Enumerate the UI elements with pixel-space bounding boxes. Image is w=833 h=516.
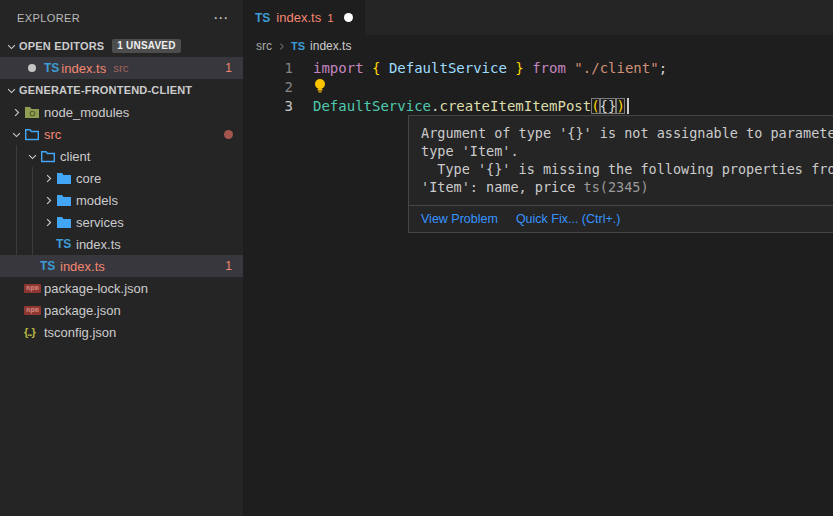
- node-modules-folder-icon: [24, 106, 42, 119]
- typescript-icon: TS: [255, 11, 270, 25]
- typescript-icon: TS: [291, 40, 305, 52]
- hover-actions-bar: View Problem Quick Fix... (Ctrl+.): [409, 205, 833, 232]
- workspace-label: GENERATE-FRONTEND-CLIENT: [19, 84, 192, 96]
- error-count-badge: 1: [225, 259, 232, 273]
- chevron-right-icon: [40, 195, 56, 206]
- typescript-icon: TS: [56, 237, 71, 251]
- view-problem-link[interactable]: View Problem: [421, 212, 498, 226]
- more-actions-icon[interactable]: ⋯: [213, 13, 229, 23]
- pane-title: EXPLORER: [17, 12, 80, 24]
- lightbulb-icon[interactable]: [313, 78, 327, 94]
- code-line-1[interactable]: 1 import { DefaultService } from "./clie…: [243, 59, 833, 78]
- chevron-right-icon: [8, 107, 24, 118]
- chevron-down-icon: [24, 151, 40, 162]
- chevron-down-icon: [8, 129, 24, 140]
- vscode-window: EXPLORER ⋯ OPEN EDITORS 1 UNSAVED TS ind…: [0, 0, 833, 516]
- typescript-icon: TS: [44, 61, 59, 75]
- modified-dot-icon[interactable]: [344, 13, 353, 22]
- chevron-down-icon: [3, 85, 19, 96]
- typescript-icon: TS: [40, 259, 55, 273]
- breadcrumb-folder[interactable]: src: [256, 39, 272, 53]
- chevron-right-icon: [40, 217, 56, 228]
- chevron-down-icon: [3, 41, 19, 52]
- workspace-header[interactable]: GENERATE-FRONTEND-CLIENT: [0, 79, 243, 101]
- explorer-pane-header: EXPLORER ⋯: [0, 0, 243, 35]
- code-editor: 1 import { DefaultService } from "./clie…: [243, 57, 833, 116]
- error-dot-icon: [224, 130, 233, 139]
- explorer-sidebar: EXPLORER ⋯ OPEN EDITORS 1 UNSAVED TS ind…: [0, 0, 243, 516]
- folder-open-icon: [24, 128, 42, 141]
- breadcrumb-file[interactable]: index.ts: [310, 39, 351, 53]
- editor-area: TS index.ts 1 src TS index.ts 1 import {…: [243, 0, 833, 516]
- folder-icon: [56, 216, 74, 229]
- tab-index-ts[interactable]: TS index.ts 1: [243, 0, 365, 35]
- tree-item-src[interactable]: src: [0, 123, 243, 145]
- open-editors-label: OPEN EDITORS: [19, 40, 104, 52]
- tab-error-count: 1: [327, 12, 333, 24]
- error-hover-tooltip: Argument of type '{}' is not assignable …: [408, 115, 833, 233]
- tree-item-core[interactable]: core: [0, 167, 243, 189]
- tree-item-node-modules[interactable]: node_modules: [0, 101, 243, 123]
- quick-fix-link[interactable]: Quick Fix... (Ctrl+.): [516, 212, 621, 226]
- tab-label: index.ts: [276, 10, 321, 25]
- error-message: Argument of type '{}' is not assignable …: [409, 116, 833, 205]
- tree-item-services[interactable]: services: [0, 211, 243, 233]
- file-tree: node_modules src: [0, 101, 243, 343]
- modified-dot-icon: [28, 64, 36, 72]
- braces-icon: {..}: [24, 326, 35, 338]
- folder-icon: [56, 194, 74, 207]
- error-code: ts(2345): [584, 179, 649, 195]
- text-cursor: [627, 98, 629, 114]
- breadcrumb: src TS index.ts: [243, 35, 833, 57]
- open-editor-file-path: src: [113, 62, 128, 74]
- npm-icon: npm: [24, 284, 41, 293]
- code-line-3[interactable]: 3 DefaultService.createItemItemPost({}): [243, 97, 833, 116]
- tab-bar: TS index.ts 1: [243, 0, 833, 35]
- unsaved-badge: 1 UNSAVED: [112, 39, 180, 53]
- error-count-badge: 1: [225, 61, 232, 75]
- chevron-right-icon: [40, 173, 56, 184]
- tree-item-models[interactable]: models: [0, 189, 243, 211]
- chevron-right-icon: [277, 42, 286, 51]
- code-line-2[interactable]: 2: [243, 78, 833, 97]
- tree-item-client-index-ts[interactable]: TS index.ts: [0, 233, 243, 255]
- tree-item-tsconfig-json[interactable]: {..} tsconfig.json: [0, 321, 243, 343]
- folder-icon: [56, 172, 74, 185]
- tree-item-package-lock-json[interactable]: npm package-lock.json: [0, 277, 243, 299]
- tree-item-package-json[interactable]: npm package.json: [0, 299, 243, 321]
- npm-icon: npm: [24, 306, 41, 315]
- tree-item-src-index-ts[interactable]: TS index.ts 1: [0, 255, 243, 277]
- open-editors-header[interactable]: OPEN EDITORS 1 UNSAVED: [0, 35, 243, 57]
- open-editor-file-name: index.ts: [61, 61, 106, 76]
- open-editor-item-index-ts[interactable]: TS index.ts src 1: [0, 57, 243, 79]
- tree-item-client[interactable]: client: [0, 145, 243, 167]
- folder-open-icon: [40, 150, 58, 163]
